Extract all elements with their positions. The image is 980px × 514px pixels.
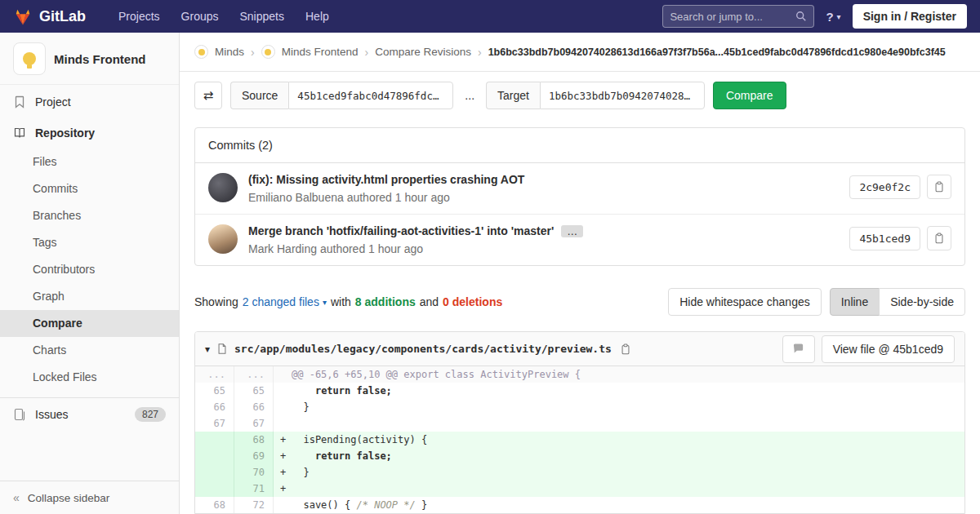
source-label: Source [230, 82, 288, 109]
old-line-number[interactable]: 65 [195, 383, 234, 399]
help-menu[interactable]: ? ▾ [826, 10, 840, 24]
collapse-diff-icon[interactable]: ▾ [205, 343, 210, 355]
sidebar-item-graph[interactable]: Graph [0, 283, 179, 310]
file-icon [216, 343, 228, 355]
commits-panel: Commits (2) (fix): Missing activity.html… [194, 127, 965, 266]
nav-item-snippets[interactable]: Snippets [230, 5, 294, 28]
diff-line: 6565 return false; [195, 383, 964, 399]
nav-item-groups[interactable]: Groups [172, 5, 229, 28]
nav-item-help[interactable]: Help [296, 5, 339, 28]
project-name: Minds Frontend [54, 52, 146, 66]
collapse-icon: « [13, 491, 20, 504]
project-avatar [13, 42, 46, 75]
breadcrumb-compare-revisions[interactable]: Compare Revisions [375, 46, 471, 58]
new-line-number[interactable]: 71 [234, 481, 274, 497]
changed-files-dropdown[interactable]: 2 changed files ▾ [243, 295, 327, 308]
commit-row: (fix): Missing activity.html properties … [195, 163, 964, 214]
copy-sha-button[interactable] [927, 226, 951, 250]
swap-revisions-button[interactable]: ⇄ [194, 82, 222, 109]
target-input[interactable] [540, 82, 705, 109]
expand-commit-message-button[interactable]: … [561, 225, 583, 237]
sidebar-nav: Project Repository FilesCommitsBranchesT… [0, 85, 179, 431]
commit-title[interactable]: Merge branch 'hotfix/failing-aot-activit… [248, 224, 840, 237]
breadcrumb-minds-frontend[interactable]: Minds Frontend [282, 46, 359, 58]
clipboard-icon [933, 233, 945, 244]
old-line-number[interactable]: ... [195, 366, 234, 383]
new-line-number[interactable]: 66 [234, 399, 274, 415]
commit-sha[interactable]: 45b1ced9 [849, 227, 920, 250]
view-file-button[interactable]: View file @ 45b1ced9 [822, 335, 955, 363]
sidebar-item-project[interactable]: Project [0, 86, 179, 117]
sidebar-item-contributors[interactable]: Contributors [0, 256, 179, 283]
source-input[interactable] [288, 82, 453, 109]
search-box[interactable] [662, 5, 814, 28]
sidebar: Minds Frontend Project Repository FilesC… [0, 33, 180, 514]
diff-line: 69+ return false; [195, 448, 964, 464]
sidebar-item-tags[interactable]: Tags [0, 229, 179, 256]
diff-file-path[interactable]: src/app/modules/legacy/components/cards/… [234, 343, 612, 355]
commit-actions: 45b1ced9 [849, 224, 951, 250]
sign-in-button[interactable]: Sign in / Register [853, 4, 967, 29]
sidebar-item-compare[interactable]: Compare [0, 310, 179, 337]
old-line-number[interactable] [195, 432, 234, 448]
old-line-number[interactable]: 67 [195, 415, 234, 432]
minds-logo-icon [23, 52, 36, 65]
copy-path-button[interactable] [618, 342, 633, 357]
hide-whitespace-button[interactable]: Hide whitespace changes [668, 288, 822, 316]
commit-sha[interactable]: 2c9e0f2c [849, 175, 920, 199]
avatar[interactable] [208, 173, 238, 202]
code-line: + [274, 481, 964, 497]
old-line-number[interactable] [195, 448, 234, 464]
diff-line: 6666 } [195, 399, 964, 415]
commit-title-text[interactable]: Merge branch 'hotfix/failing-aot-activit… [248, 224, 554, 237]
avatar[interactable] [208, 224, 238, 254]
old-line-number[interactable]: 66 [195, 399, 234, 415]
collapse-sidebar-button[interactable]: « Collapse sidebar [0, 481, 179, 514]
copy-sha-button[interactable] [927, 175, 951, 199]
commit-title-text[interactable]: (fix): Missing activity.html properties … [248, 173, 524, 186]
diff-sign: + [280, 464, 292, 481]
main-content: Minds › Minds Frontend › Compare Revisio… [180, 0, 980, 514]
sidebar-item-branches[interactable]: Branches [0, 202, 179, 229]
old-line-number[interactable] [195, 464, 234, 481]
gitlab-tanuki-icon [13, 7, 33, 26]
sidebar-item-commits[interactable]: Commits [0, 175, 179, 202]
compare-button[interactable]: Compare [713, 82, 786, 109]
inline-view-button[interactable]: Inline [830, 288, 880, 316]
new-line-number[interactable]: 65 [234, 383, 274, 399]
commit-info: Merge branch 'hotfix/failing-aot-activit… [248, 224, 840, 255]
sidebar-item-files[interactable]: Files [0, 148, 179, 175]
nav-item-projects[interactable]: Projects [109, 5, 170, 28]
diff-sign: + [280, 448, 292, 464]
collapse-label: Collapse sidebar [28, 492, 110, 504]
code-line: + } [274, 464, 964, 481]
new-line-number[interactable]: 70 [234, 464, 274, 481]
sidebar-item-issues[interactable]: Issues 827 [0, 398, 179, 431]
project-context-header[interactable]: Minds Frontend [0, 33, 179, 85]
diff-summary-bar: Showing 2 changed files ▾ with 8 additio… [194, 288, 965, 316]
old-line-number[interactable]: 68 [195, 497, 234, 513]
code-line: @@ -65,6 +65,10 @@ export class Activity… [274, 366, 964, 383]
sidebar-item-repository[interactable]: Repository [0, 117, 179, 148]
breadcrumb-separator: › [478, 46, 482, 59]
new-line-number[interactable]: ... [234, 366, 274, 383]
new-line-number[interactable]: 68 [234, 432, 274, 448]
breadcrumb: Minds › Minds Frontend › Compare Revisio… [180, 33, 980, 72]
diff-line: 6767 [195, 415, 964, 432]
new-line-number[interactable]: 69 [234, 448, 274, 464]
toggle-comments-button[interactable] [782, 335, 815, 363]
issues-count-badge: 827 [135, 407, 166, 422]
clipboard-icon [933, 181, 945, 193]
commit-title[interactable]: (fix): Missing activity.html properties … [248, 173, 840, 186]
new-line-number[interactable]: 67 [234, 415, 274, 432]
new-line-number[interactable]: 72 [234, 497, 274, 513]
old-line-number[interactable] [195, 481, 234, 497]
side-by-side-view-button[interactable]: Side-by-side [879, 288, 965, 316]
gitlab-home-link[interactable]: GitLab [13, 7, 86, 26]
clipboard-icon [620, 343, 631, 355]
breadcrumb-minds[interactable]: Minds [215, 46, 244, 58]
search-input[interactable] [670, 11, 795, 23]
sidebar-item-charts[interactable]: Charts [0, 337, 179, 364]
sidebar-item-locked-files[interactable]: Locked Files [0, 364, 179, 391]
breadcrumb-current-range: 1b6bc33bdb7b0942074028613d166a97f3f7b56a… [488, 47, 946, 58]
